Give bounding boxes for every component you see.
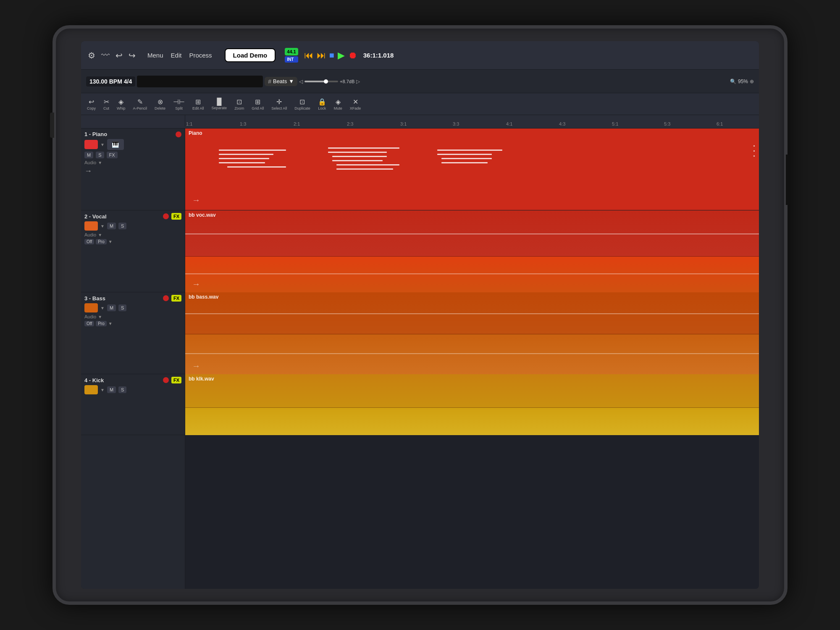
track-2-solo-btn[interactable]: S <box>118 223 126 229</box>
track-1-dropdown-icon[interactable]: ▼ <box>100 142 105 147</box>
track-2-pro-label[interactable]: Pro <box>96 239 107 244</box>
track-2-color-btn[interactable] <box>84 221 98 231</box>
track-3-top-segment: bb bass.wav <box>185 292 759 334</box>
track-2-fx-btn[interactable]: FX <box>171 213 181 220</box>
track-1-lane[interactable]: Piano <box>185 129 759 210</box>
zoom-out-icon[interactable]: 🔍 <box>730 79 736 84</box>
track-1-row1: 1 - Piano <box>84 131 181 137</box>
ruler-mark-1-1: 1:1 <box>186 121 192 126</box>
ruler-mark-2-1: 2:1 <box>294 121 300 126</box>
tool-grid-all[interactable]: ⊞ Grid All <box>248 97 267 112</box>
track-3-fx-btn[interactable]: FX <box>171 295 181 302</box>
zoom-in-icon[interactable]: ⊕ <box>750 79 754 84</box>
volume-group: ◁ +8.7dB ▷ <box>299 79 360 84</box>
tool-delete[interactable]: ⊗ Delete <box>151 97 169 112</box>
tool-duplicate[interactable]: ⊡ Duplicate <box>291 97 314 112</box>
track-4-mute-btn[interactable]: M <box>107 386 116 393</box>
track-name-bar[interactable] <box>137 76 263 87</box>
track-1-keyboard-icon[interactable]: 🎹 <box>107 139 124 150</box>
track-1-mute-btn[interactable]: M <box>84 152 93 158</box>
track-2-lane[interactable]: bb voc.wav → <box>185 210 759 292</box>
select-icon: ✛ <box>276 98 282 106</box>
track-1-record-btn[interactable] <box>176 131 181 137</box>
track-4-dropdown-icon[interactable]: ▼ <box>100 388 105 392</box>
grid-all-icon: ⊞ <box>255 98 260 106</box>
tool-whip[interactable]: ◈ Whip <box>113 97 129 112</box>
track-3-record-btn[interactable] <box>163 295 169 301</box>
menu-item-process[interactable]: Process <box>186 50 215 60</box>
zoom-group: 🔍 95% ⊕ <box>730 79 754 84</box>
undo-icon[interactable]: ↩ <box>114 49 124 62</box>
load-demo-button[interactable]: Load Demo <box>225 48 276 62</box>
track-2-pro-dropdown-icon[interactable]: ▼ <box>108 239 113 244</box>
track-1-fx-btn[interactable]: FX <box>107 152 118 158</box>
tool-separate-label: Separate <box>212 106 227 110</box>
volume-slider[interactable] <box>304 81 338 82</box>
zoom-icon: ⊡ <box>236 98 242 106</box>
track-2-name: 2 - Vocal <box>84 213 160 220</box>
tool-copy-label: Copy <box>87 106 96 110</box>
track-3-dropdown-icon[interactable]: ▼ <box>100 306 105 310</box>
tool-split[interactable]: ⊣⊢ Split <box>170 97 188 112</box>
track-3-color-btn[interactable] <box>84 303 98 312</box>
track-3-mute-btn[interactable]: M <box>107 304 116 311</box>
track-4-solo-btn[interactable]: S <box>118 386 126 393</box>
track-3-lane[interactable]: bb bass.wav → <box>185 292 759 374</box>
rewind-button[interactable]: ⏮ <box>304 50 313 61</box>
tool-lock[interactable]: 🔒 Lock <box>315 97 330 112</box>
record-button[interactable]: ⏺ <box>348 50 357 61</box>
redo-icon[interactable]: ↪ <box>127 49 137 62</box>
tracks-container: 1 - Piano ▼ 🎹 M S FX Audio <box>81 129 759 589</box>
tool-select[interactable]: ✛ Select All <box>268 97 290 112</box>
track-2-off-label[interactable]: Off <box>84 239 94 244</box>
track-4-color-btn[interactable] <box>84 385 98 394</box>
ruler-mark-5-3: 5:3 <box>664 121 670 126</box>
secondary-toolbar: 130.00 BPM 4/4 # Beats ▼ ◁ +8.7dB ▷ 🔍 95… <box>81 70 759 93</box>
track-1-color-btn[interactable] <box>84 140 98 149</box>
track-3-off-label[interactable]: Off <box>84 321 94 326</box>
tool-xfade[interactable]: ✕ XFade <box>346 97 365 112</box>
track-1-solo-btn[interactable]: S <box>96 152 104 158</box>
xfade-icon: ✕ <box>353 98 358 106</box>
track-3-pro-dropdown-icon[interactable]: ▼ <box>108 321 113 326</box>
track-2-dropdown-icon[interactable]: ▼ <box>100 224 105 228</box>
stop-button[interactable]: ■ <box>329 50 334 60</box>
track-1-row2: M S FX <box>84 152 181 158</box>
track-1-send-icon[interactable]: → <box>84 167 92 176</box>
wave-icon[interactable]: 〰 <box>100 49 111 62</box>
track-header-4: 4 - Kick FX ▼ M S <box>81 374 185 435</box>
mix-sliders-icon[interactable]: ⚙ <box>86 49 97 62</box>
tool-copy[interactable]: ↩ Copy <box>84 97 99 112</box>
track-2-bottom-segment: → <box>185 257 759 292</box>
fast-forward-button[interactable]: ⏭ <box>317 50 326 61</box>
ruler-mark-5-1: 5:1 <box>612 121 618 126</box>
track-4-record-btn[interactable] <box>163 377 169 383</box>
track-3-solo-btn[interactable]: S <box>118 304 126 311</box>
track-2-audio-dropdown-icon[interactable]: ▼ <box>98 233 102 237</box>
track-1-audio-dropdown-icon[interactable]: ▼ <box>98 160 102 165</box>
track-3-audio-dropdown-icon[interactable]: ▼ <box>98 315 102 319</box>
tool-pencil[interactable]: ✎ A-Pencil <box>130 97 151 112</box>
track-4-row1: 4 - Kick FX <box>84 377 181 383</box>
bpm-display[interactable]: 130.00 BPM 4/4 <box>86 76 135 87</box>
track-2-mute-btn[interactable]: M <box>107 223 116 229</box>
track-2-record-btn[interactable] <box>163 213 169 219</box>
track-3-footer: Audio ▼ <box>84 314 181 319</box>
track-3-pro-label[interactable]: Pro <box>96 321 107 326</box>
track-4-fx-btn[interactable]: FX <box>171 377 181 383</box>
track-1-name: 1 - Piano <box>84 131 173 137</box>
track-2-arrow-icon: → <box>192 279 200 289</box>
tool-separate[interactable]: ▐▌ Separate <box>208 97 231 111</box>
play-button[interactable]: ▶ <box>338 50 345 61</box>
tool-mute[interactable]: ◈ Mute <box>331 97 346 112</box>
tool-zoom[interactable]: ⊡ Zoom <box>231 97 247 112</box>
copy-icon: ↩ <box>89 98 94 106</box>
zoom-percent: 95% <box>738 79 748 84</box>
track-4-lane[interactable]: bb klk.wav <box>185 374 759 435</box>
track-1-arrow-icon: → <box>192 195 200 205</box>
beats-selector[interactable]: # Beats ▼ <box>265 77 297 86</box>
menu-item-menu[interactable]: Menu <box>144 50 167 60</box>
tool-edit-all[interactable]: ⊞ Edit All <box>189 97 207 112</box>
menu-item-edit[interactable]: Edit <box>168 50 185 60</box>
tool-cut[interactable]: ✂ Cut <box>100 97 113 112</box>
